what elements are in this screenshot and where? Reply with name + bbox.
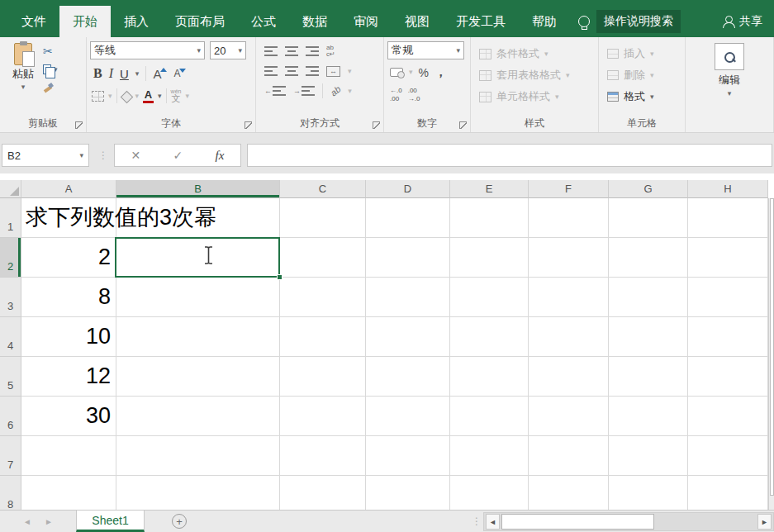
row-header-7[interactable]: 7	[0, 436, 21, 476]
tab-help[interactable]: 帮助	[519, 6, 570, 37]
conditional-formatting-button[interactable]: 条件格式 ▾	[474, 43, 595, 64]
font-color-button[interactable]: A	[143, 89, 154, 103]
format-painter-button[interactable]	[43, 80, 58, 95]
chevron-down-icon[interactable]: ▾	[185, 93, 189, 100]
align-top-icon[interactable]	[264, 46, 278, 56]
row-header-8[interactable]: 8	[0, 476, 21, 510]
tell-me-search[interactable]: 操作说明搜索	[578, 6, 681, 37]
row-header-5[interactable]: 5	[0, 357, 21, 397]
decrease-indent-icon[interactable]: ←	[264, 86, 286, 96]
row-header-4[interactable]: 4	[0, 317, 21, 357]
tab-page-layout[interactable]: 页面布局	[162, 6, 238, 37]
vertical-scrollbar[interactable]	[768, 198, 774, 510]
tab-formulas[interactable]: 公式	[238, 6, 289, 37]
increase-decimal-button[interactable]: ←.0 .00	[390, 87, 402, 102]
font-family-combobox[interactable]: 等线 ▾	[90, 41, 205, 59]
group-editing[interactable]: 编辑 ▾	[686, 37, 774, 132]
comma-style-button[interactable]: ，	[434, 64, 447, 80]
enter-icon[interactable]: ✓	[173, 149, 183, 162]
borders-icon[interactable]	[92, 91, 104, 102]
new-sheet-button[interactable]: +	[172, 514, 187, 529]
increase-font-size-button[interactable]: A	[153, 67, 167, 81]
chevron-down-icon[interactable]: ▾	[348, 68, 352, 75]
decrease-decimal-button[interactable]: .00 →.0	[408, 87, 420, 102]
copy-button[interactable]: ▾	[43, 62, 58, 77]
tab-file[interactable]: 文件	[8, 6, 59, 37]
chevron-down-icon[interactable]: ▾	[348, 88, 352, 95]
next-sheet-icon[interactable]: ►	[45, 511, 53, 532]
number-format-combobox[interactable]: 常规 ▾	[387, 41, 464, 59]
chevron-down-icon[interactable]: ▾	[238, 47, 242, 55]
column-header-a[interactable]: A	[21, 180, 116, 198]
chevron-down-icon[interactable]: ▾	[108, 93, 112, 100]
chevron-down-icon[interactable]: ▾	[135, 93, 140, 100]
number-dialog-launcher-icon[interactable]	[459, 121, 467, 129]
clipboard-dialog-launcher-icon[interactable]	[75, 121, 83, 129]
chevron-down-icon[interactable]: ▾	[21, 83, 26, 91]
vertical-scrollbar-thumb[interactable]	[770, 198, 774, 496]
phonetic-guide-button[interactable]: wén 文	[171, 88, 182, 103]
insert-function-icon[interactable]: fx	[216, 149, 225, 163]
insert-cells-button[interactable]: 插入 ▾	[602, 43, 681, 64]
chevron-down-icon[interactable]: ▾	[158, 93, 162, 100]
cancel-icon[interactable]: ✕	[131, 149, 141, 162]
tab-data[interactable]: 数据	[289, 6, 340, 37]
tab-insert[interactable]: 插入	[111, 6, 162, 37]
tab-home[interactable]: 开始	[59, 6, 111, 37]
column-header-h[interactable]: H	[688, 180, 768, 198]
accounting-format-icon[interactable]	[390, 68, 403, 77]
font-size-combobox[interactable]: 20 ▾	[210, 41, 246, 59]
row-header-2[interactable]: 2	[0, 238, 21, 278]
decrease-font-size-button[interactable]: A	[173, 68, 186, 79]
cell-a5-value[interactable]: 12	[21, 357, 111, 397]
cut-button[interactable]: ✂	[43, 44, 58, 59]
wrap-text-icon[interactable]: ab c↵	[326, 45, 335, 58]
share-button[interactable]: 共享	[723, 6, 774, 37]
column-header-b[interactable]: B	[116, 180, 280, 198]
worksheet-grid[interactable]: A B C D E F G H 1 2 3 4 5 6 7 8 求下列数值的3次…	[0, 180, 774, 510]
sheet-tab-sheet1[interactable]: Sheet1	[76, 511, 145, 532]
cell-a1-value[interactable]: 求下列数值的3次幂	[26, 198, 216, 238]
formula-input[interactable]	[247, 144, 772, 167]
chevron-down-icon[interactable]: ▾	[456, 47, 460, 55]
cell-a2-value[interactable]: 2	[21, 238, 111, 278]
bold-button[interactable]: B	[93, 66, 102, 81]
alignment-dialog-launcher-icon[interactable]	[373, 121, 380, 129]
active-cell-selection-b2[interactable]	[115, 237, 280, 278]
format-cells-button[interactable]: 格式 ▾	[602, 86, 681, 107]
tell-me-search-label[interactable]: 操作说明搜索	[596, 10, 681, 33]
select-all-corner[interactable]	[0, 180, 21, 198]
horizontal-scrollbar-thumb[interactable]	[501, 514, 654, 530]
row-header-6[interactable]: 6	[0, 397, 21, 436]
tab-view[interactable]: 视图	[392, 6, 443, 37]
chevron-down-icon[interactable]: ▾	[728, 90, 732, 97]
cell-a3-value[interactable]: 8	[21, 278, 111, 317]
align-right-icon[interactable]	[306, 66, 319, 76]
fill-handle[interactable]	[277, 274, 283, 280]
delete-cells-button[interactable]: 删除 ▾	[602, 64, 681, 86]
align-middle-icon[interactable]	[285, 46, 298, 56]
orientation-icon[interactable]: ab	[329, 83, 343, 97]
increase-indent-icon[interactable]: →	[293, 86, 315, 96]
cell-styles-button[interactable]: 单元格样式 ▾	[474, 86, 595, 107]
column-header-f[interactable]: F	[529, 180, 609, 198]
chevron-down-icon[interactable]: ▾	[79, 152, 83, 159]
tab-scrollbar-splitter[interactable]: ⋮	[472, 511, 482, 532]
tab-developer[interactable]: 开发工具	[443, 6, 519, 37]
underline-button[interactable]: U	[120, 67, 129, 81]
cell-a6-value[interactable]: 30	[21, 397, 111, 436]
chevron-down-icon[interactable]: ▾	[409, 69, 413, 76]
align-bottom-icon[interactable]	[306, 46, 319, 56]
scroll-left-icon[interactable]: ◄	[486, 514, 500, 530]
prev-sheet-icon[interactable]: ◄	[23, 511, 31, 532]
italic-button[interactable]: I	[109, 66, 113, 81]
cell-a4-value[interactable]: 10	[21, 317, 111, 357]
row-header-3[interactable]: 3	[0, 278, 21, 317]
percent-style-button[interactable]: %	[419, 66, 429, 79]
merge-center-icon[interactable]: ↔	[326, 66, 340, 77]
horizontal-scrollbar[interactable]: ◄ ►	[483, 512, 774, 531]
formula-bar-splitter[interactable]: ⋮	[98, 144, 108, 167]
fill-color-icon[interactable]	[121, 91, 131, 101]
scroll-right-icon[interactable]: ►	[757, 514, 772, 530]
font-dialog-launcher-icon[interactable]	[245, 121, 252, 129]
